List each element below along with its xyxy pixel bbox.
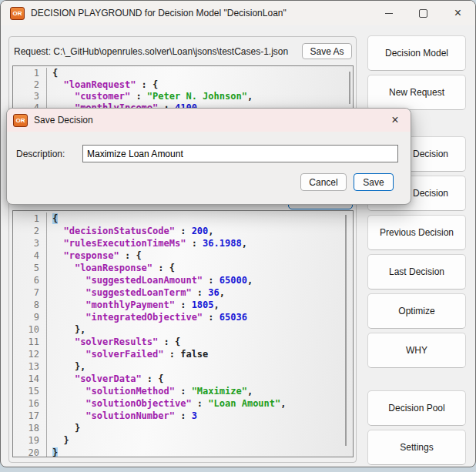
code-line: 5 "loanResponse" : { bbox=[13, 262, 353, 274]
code-text: "monthlyPayment" : 1805, bbox=[46, 299, 353, 311]
sidebar-button-label: Decision bbox=[413, 149, 448, 159]
code-line: 15 "solutionMethod" : "Maximize", bbox=[13, 385, 353, 397]
request-path-label: Request: C:\_GitHub\openrules.solver\Loa… bbox=[14, 46, 288, 57]
code-line: 18 } bbox=[13, 422, 353, 434]
code-text: "integratedObjective" : 65036 bbox=[46, 311, 353, 323]
titlebar: OR DECISION PLAYGROUND for Decision Mode… bbox=[1, 1, 475, 25]
minimize-icon bbox=[385, 13, 393, 14]
code-line: 14 "solverData" : { bbox=[13, 373, 353, 385]
close-icon: × bbox=[391, 113, 398, 127]
save-as-button[interactable]: Save As bbox=[302, 43, 352, 59]
line-number: 2 bbox=[13, 79, 46, 91]
app-window: OR DECISION PLAYGROUND for Decision Mode… bbox=[0, 0, 476, 467]
scrollbar-thumb[interactable] bbox=[345, 215, 347, 446]
code-text: "solutionMethod" : "Maximize", bbox=[46, 385, 353, 397]
code-line: 19 } bbox=[13, 434, 353, 447]
line-number: 5 bbox=[13, 262, 46, 274]
dialog-titlebar: OR Save Decision × bbox=[7, 109, 411, 132]
code-text: "decisionStatusCode" : 200, bbox=[46, 225, 353, 237]
code-text: "suggestedLoanAmount" : 65000, bbox=[46, 274, 353, 286]
code-line: 12 "solverFailed" : false bbox=[13, 348, 353, 360]
save-decision-dialog: OR Save Decision × Description: Cancel S… bbox=[6, 108, 411, 205]
line-number: 3 bbox=[13, 237, 46, 249]
dialog-logo-icon: OR bbox=[13, 114, 28, 127]
code-text: "solverResults" : { bbox=[46, 336, 353, 348]
code-line: 2 "loanRequest" : { bbox=[13, 79, 353, 91]
code-line: 20} bbox=[13, 447, 353, 457]
sidebar-button-new-request[interactable]: New Request bbox=[367, 75, 466, 110]
description-input[interactable] bbox=[82, 145, 398, 162]
code-line: 16 "solutionObjective" : "Loan Amount", bbox=[13, 397, 353, 410]
sidebar-button-last-decision[interactable]: Last Decision bbox=[367, 254, 466, 290]
dialog-close-button[interactable]: × bbox=[380, 109, 411, 132]
code-line: 3 "customer" : "Peter N. Johnson", bbox=[13, 91, 353, 102]
sidebar-button-decision-model[interactable]: Decision Model bbox=[367, 35, 466, 71]
cancel-button[interactable]: Cancel bbox=[300, 173, 347, 191]
maximize-button[interactable] bbox=[406, 1, 441, 25]
code-line: 1{ bbox=[13, 68, 353, 79]
code-line: 1{ bbox=[13, 213, 353, 225]
line-number: 7 bbox=[13, 286, 46, 299]
line-number: 1 bbox=[13, 213, 46, 225]
line-number: 3 bbox=[13, 91, 46, 102]
code-text: { bbox=[46, 213, 353, 225]
line-number: 17 bbox=[13, 410, 46, 422]
line-number: 13 bbox=[13, 360, 46, 373]
sidebar-button-settings[interactable]: Settings bbox=[367, 430, 466, 465]
code-line: 6 "suggestedLoanAmount" : 65000, bbox=[13, 274, 353, 286]
sidebar-button-previous-decision[interactable]: Previous Decision bbox=[367, 215, 466, 250]
code-text: "loanResponse" : { bbox=[46, 262, 353, 274]
code-text: { bbox=[46, 68, 353, 79]
code-text: "rulesExecutionTimeMs" : 36.1988, bbox=[46, 237, 353, 249]
code-text: } bbox=[46, 434, 353, 447]
sidebar-button-label: WHY bbox=[406, 345, 427, 356]
code-text: "solutionObjective" : "Loan Amount", bbox=[46, 397, 353, 410]
code-line: 10 }, bbox=[13, 323, 353, 336]
code-text: "response" : { bbox=[46, 249, 353, 262]
code-text: "customer" : "Peter N. Johnson", bbox=[46, 91, 353, 102]
line-number: 12 bbox=[13, 348, 46, 360]
code-text: "suggestedLoanTerm" : 36, bbox=[46, 286, 353, 299]
desktop: { "window": { "title": "DECISION PLAYGRO… bbox=[0, 0, 476, 472]
close-icon: × bbox=[454, 7, 461, 19]
line-number: 8 bbox=[13, 299, 46, 311]
code-line: 11 "solverResults" : { bbox=[13, 336, 353, 348]
code-text: } bbox=[46, 422, 353, 434]
line-number: 6 bbox=[13, 274, 46, 286]
sidebar-button-label: New Request bbox=[389, 87, 444, 98]
description-label: Description: bbox=[16, 149, 65, 159]
response-code-editor[interactable]: 1{2 "decisionStatusCode" : 200,3 "rulesE… bbox=[12, 210, 354, 457]
line-number: 11 bbox=[13, 336, 46, 348]
dialog-title: Save Decision bbox=[34, 115, 93, 126]
sidebar-button-label: Settings bbox=[400, 442, 433, 453]
code-text: } bbox=[46, 447, 353, 457]
line-number: 14 bbox=[13, 373, 46, 385]
line-number: 10 bbox=[13, 323, 46, 336]
line-number: 19 bbox=[13, 434, 46, 447]
code-text: "solverFailed" : false bbox=[46, 348, 353, 360]
sidebar-button-decision-pool[interactable]: Decision Pool bbox=[367, 390, 466, 426]
maximize-icon bbox=[419, 9, 427, 18]
code-line: 9 "integratedObjective" : 65036 bbox=[13, 311, 353, 323]
code-line: 3 "rulesExecutionTimeMs" : 36.1988, bbox=[13, 237, 353, 249]
code-text: "loanRequest" : { bbox=[46, 79, 353, 91]
line-number: 1 bbox=[13, 68, 46, 79]
sidebar-button-optimize[interactable]: Optimize bbox=[367, 293, 466, 329]
sidebar-button-label: Previous Decision bbox=[380, 227, 454, 238]
code-line: 4 "response" : { bbox=[13, 249, 353, 262]
minimize-button[interactable] bbox=[371, 1, 406, 25]
code-line: 8 "monthlyPayment" : 1805, bbox=[13, 299, 353, 311]
save-button[interactable]: Save bbox=[354, 173, 394, 191]
close-button[interactable]: × bbox=[441, 1, 475, 25]
code-line: 13 }, bbox=[13, 360, 353, 373]
code-text: "solverData" : { bbox=[46, 373, 353, 385]
line-number: 9 bbox=[13, 311, 46, 323]
sidebar-button-label: Optimize bbox=[398, 306, 434, 316]
sidebar-button-why[interactable]: WHY bbox=[367, 333, 466, 368]
code-line: 2 "decisionStatusCode" : 200, bbox=[13, 225, 353, 237]
window-title: DECISION PLAYGROUND for Decision Model "… bbox=[31, 8, 287, 18]
line-number: 2 bbox=[13, 225, 46, 237]
sidebar-button-label: Decision Pool bbox=[388, 403, 444, 413]
scrollbar-thumb[interactable] bbox=[349, 72, 350, 104]
code-line: 17 "solutionNumber" : 3 bbox=[13, 410, 353, 422]
